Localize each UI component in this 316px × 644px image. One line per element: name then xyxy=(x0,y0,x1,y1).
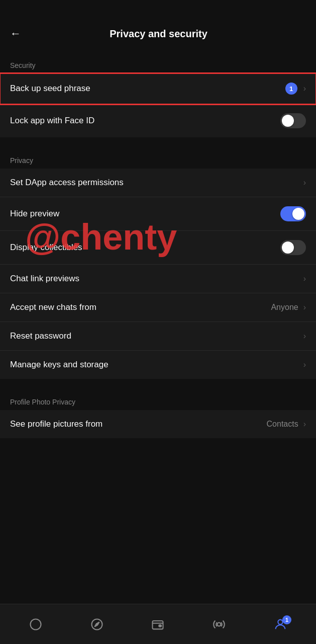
svg-point-0 xyxy=(30,619,41,629)
wallet-icon xyxy=(151,617,165,631)
item-badge-backup-seed: 1 xyxy=(285,83,297,95)
header: ← Privacy and security xyxy=(0,0,316,52)
item-label-see-profile-pictures: See profile pictures from xyxy=(10,419,267,429)
chevron-icon-see-profile-pictures: › xyxy=(303,420,306,429)
settings-item-see-profile-pictures[interactable]: See profile pictures fromContacts› xyxy=(0,410,316,438)
chevron-icon-accept-new-chats: › xyxy=(303,303,306,312)
spacer-after-privacy xyxy=(0,379,316,389)
settings-item-hide-preview[interactable]: Hide preview xyxy=(0,197,316,231)
back-button[interactable]: ← xyxy=(10,25,26,42)
home-icon xyxy=(29,617,43,631)
item-label-manage-keys: Manage keys and storage xyxy=(10,360,301,370)
spacer-after-security xyxy=(0,137,316,147)
section-label-privacy: Privacy xyxy=(0,147,316,169)
chevron-icon-chat-link-previews: › xyxy=(303,274,306,283)
item-label-reset-password: Reset password xyxy=(10,331,301,341)
section-label-profile-photo: Profile Photo Privacy xyxy=(0,389,316,410)
chevron-icon-manage-keys: › xyxy=(303,360,306,369)
compass-icon xyxy=(90,617,104,631)
toggle-thumb-hide-preview xyxy=(292,208,304,220)
settings-group-privacy: Set DApp access permissions›Hide preview… xyxy=(0,169,316,379)
item-value-see-profile-pictures: Contacts xyxy=(267,420,298,429)
toggle-lock-face-id[interactable] xyxy=(280,113,306,128)
item-label-dapp-permissions: Set DApp access permissions xyxy=(10,178,301,188)
item-label-hide-preview: Hide preview xyxy=(10,209,280,219)
nav-broadcast[interactable] xyxy=(204,613,234,635)
nav-home[interactable] xyxy=(21,613,51,635)
section-label-security: Security xyxy=(0,52,316,73)
settings-item-backup-seed[interactable]: Back up seed phrase1› xyxy=(0,73,316,104)
item-label-lock-face-id: Lock app with Face ID xyxy=(10,116,280,126)
item-label-chat-link-previews: Chat link previews xyxy=(10,274,301,284)
profile-badge: 1 xyxy=(282,615,291,624)
page-title: Privacy and security xyxy=(26,28,291,40)
item-value-accept-new-chats: Anyone xyxy=(271,303,298,312)
settings-item-dapp-permissions[interactable]: Set DApp access permissions› xyxy=(0,169,316,197)
item-label-accept-new-chats: Accept new chats from xyxy=(10,302,271,312)
bottom-nav: 1 xyxy=(0,604,316,644)
item-label-display-collectibles: Display collectibles xyxy=(10,243,280,253)
settings-item-reset-password[interactable]: Reset password› xyxy=(0,322,316,351)
settings-item-display-collectibles[interactable]: Display collectibles xyxy=(0,231,316,265)
nav-wallet[interactable] xyxy=(143,613,173,635)
settings-item-manage-keys[interactable]: Manage keys and storage› xyxy=(0,351,316,379)
item-label-backup-seed: Back up seed phrase xyxy=(10,84,285,94)
settings-item-accept-new-chats[interactable]: Accept new chats fromAnyone› xyxy=(0,293,316,322)
toggle-thumb-display-collectibles xyxy=(282,242,294,254)
nav-explore[interactable] xyxy=(82,613,112,635)
settings-item-lock-face-id[interactable]: Lock app with Face ID xyxy=(0,104,316,137)
antenna-icon xyxy=(212,617,226,631)
svg-rect-4 xyxy=(159,625,162,627)
settings-group-profile-photo: See profile pictures fromContacts› xyxy=(0,410,316,438)
toggle-thumb-lock-face-id xyxy=(282,115,294,127)
svg-marker-2 xyxy=(94,622,99,626)
nav-profile[interactable]: 1 xyxy=(265,613,295,635)
toggle-hide-preview[interactable] xyxy=(280,206,306,221)
spacer-after-profile-photo xyxy=(0,438,316,448)
chevron-icon-reset-password: › xyxy=(303,332,306,341)
svg-point-5 xyxy=(218,622,221,626)
toggle-display-collectibles[interactable] xyxy=(280,240,306,255)
chevron-icon-backup-seed: › xyxy=(303,84,306,93)
chevron-icon-dapp-permissions: › xyxy=(303,178,306,187)
settings-item-chat-link-previews[interactable]: Chat link previews› xyxy=(0,265,316,293)
settings-group-security: Back up seed phrase1›Lock app with Face … xyxy=(0,73,316,137)
